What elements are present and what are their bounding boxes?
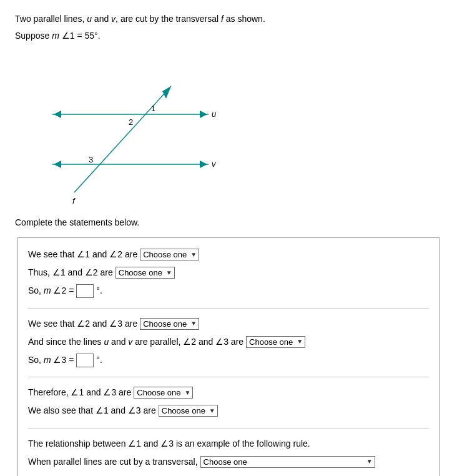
svg-marker-9 [162, 86, 171, 99]
group1-line1-text: We see that ∠1 and ∠2 are [28, 247, 137, 262]
group2-line1: We see that ∠2 and ∠3 are Choose one [28, 316, 429, 332]
svg-marker-6 [200, 161, 207, 168]
group4-line1: The relationship between ∠1 and ∠3 is an… [28, 436, 429, 452]
group2-line2: And since the lines u and v are parallel… [28, 334, 429, 350]
group3: Therefore, ∠1 and ∠3 are Choose one We a… [28, 385, 429, 419]
group1: We see that ∠1 and ∠2 are Choose one Thu… [28, 247, 429, 299]
group2-select2[interactable]: Choose one [246, 336, 305, 348]
group2: We see that ∠2 and ∠3 are Choose one And… [28, 316, 429, 369]
svg-line-8 [74, 86, 171, 192]
group2-degree: °. [96, 352, 102, 368]
group1-line3-text: So, m ∠2 = [28, 283, 74, 299]
svg-text:f: f [72, 196, 76, 206]
svg-text:v: v [212, 159, 217, 169]
group4-select-wrapper[interactable]: Choose one [200, 454, 375, 470]
group1-select2-wrapper[interactable]: Choose one [115, 265, 175, 280]
group2-line3: So, m ∠3 = °. [28, 352, 429, 368]
group2-select1[interactable]: Choose one [140, 318, 199, 330]
group1-line3: So, m ∠2 = °. [28, 283, 429, 299]
group3-line1-text: Therefore, ∠1 and ∠3 are [28, 385, 131, 400]
diagram: u v 1 2 3 f [27, 49, 227, 211]
group1-input[interactable] [76, 284, 94, 298]
group1-line2-text: Thus, ∠1 and ∠2 are [28, 265, 113, 280]
group1-select1-wrapper[interactable]: Choose one [140, 247, 199, 262]
group3-line2-text: We also see that ∠1 and ∠3 are [28, 403, 156, 419]
svg-marker-2 [200, 111, 207, 118]
group1-select2[interactable]: Choose one [115, 267, 175, 279]
group4-line2-text: When parallel lines are cut by a transve… [28, 454, 198, 470]
statement-box: We see that ∠1 and ∠2 are Choose one Thu… [17, 237, 440, 476]
divider2 [28, 377, 429, 377]
group2-input[interactable] [76, 354, 94, 367]
svg-marker-1 [54, 111, 61, 118]
svg-text:2: 2 [129, 117, 133, 127]
complete-label: Complete the statements below. [15, 217, 442, 227]
intro-line1: Two parallel lines, u and v, are cut by … [15, 12, 442, 26]
svg-text:u: u [212, 109, 216, 119]
group1-select1[interactable]: Choose one [140, 249, 199, 260]
divider3 [28, 428, 429, 429]
divider1 [28, 308, 429, 309]
group4: The relationship between ∠1 and ∠3 is an… [28, 436, 429, 470]
group1-degree: °. [96, 283, 102, 299]
group3-line1: Therefore, ∠1 and ∠3 are Choose one [28, 385, 429, 400]
group3-select1-wrapper[interactable]: Choose one [134, 385, 193, 400]
group2-select2-wrapper[interactable]: Choose one [246, 334, 305, 350]
group4-line1-text: The relationship between ∠1 and ∠3 is an… [28, 436, 310, 452]
intro-line2: Suppose m ∠1 = 55°. [15, 29, 442, 42]
group1-line1: We see that ∠1 and ∠2 are Choose one [28, 247, 429, 262]
group4-line2: When parallel lines are cut by a transve… [28, 454, 429, 470]
svg-text:3: 3 [89, 155, 93, 164]
svg-marker-5 [54, 161, 61, 168]
group2-line2-text: And since the lines u and v are parallel… [28, 334, 243, 350]
group2-line3-text: So, m ∠3 = [28, 352, 74, 368]
group3-select2-wrapper[interactable]: Choose one [159, 403, 218, 419]
group2-line1-text: We see that ∠2 and ∠3 are [28, 316, 137, 332]
group2-select1-wrapper[interactable]: Choose one [140, 316, 199, 332]
svg-text:1: 1 [151, 104, 155, 113]
group4-select[interactable]: Choose one [200, 456, 375, 468]
group3-select1[interactable]: Choose one [134, 387, 193, 399]
group3-select2[interactable]: Choose one [159, 405, 218, 417]
group1-line2: Thus, ∠1 and ∠2 are Choose one [28, 265, 429, 280]
group3-line2: We also see that ∠1 and ∠3 are Choose on… [28, 403, 429, 419]
